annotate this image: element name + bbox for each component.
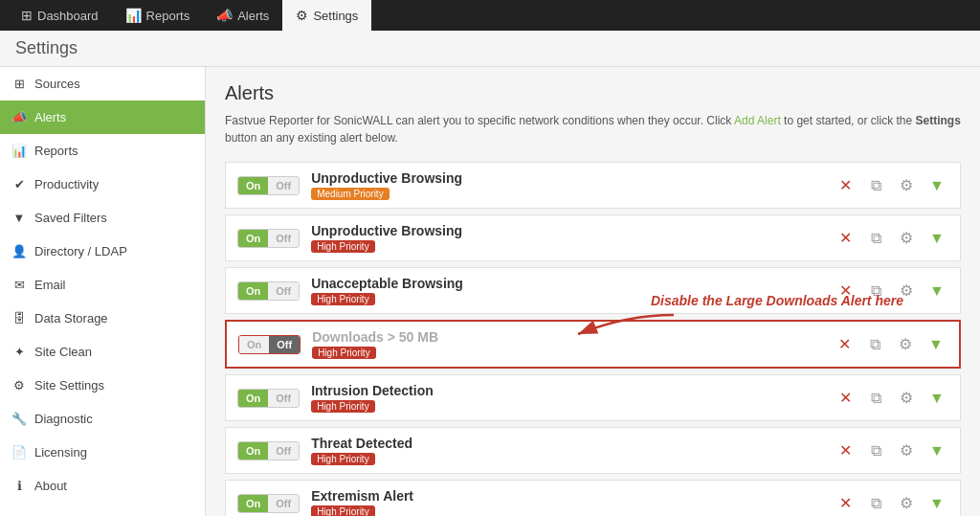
alert-row: On Off Intrusion Detection High Priority… (225, 374, 961, 421)
site-settings-icon: ⚙ (11, 378, 27, 393)
gear-icon-5[interactable]: ⚙ (895, 439, 918, 462)
toggle-group-0: On Off (237, 176, 300, 195)
copy-icon-0[interactable]: ⧉ (864, 174, 887, 197)
sidebar: ⊞ Sources 📣 Alerts 📊 Reports ✔ Productiv… (0, 67, 206, 516)
dashboard-icon: ⊞ (21, 8, 33, 23)
alerts-title: Alerts (225, 82, 961, 104)
saved-filters-icon: ▼ (11, 211, 27, 225)
settings-nav-icon: ⚙ (296, 8, 308, 23)
copy-icon-1[interactable]: ⧉ (864, 227, 887, 250)
priority-badge-2: High Priority (311, 293, 374, 305)
toggle-off-1[interactable]: Off (268, 230, 299, 247)
alert-name-4: Intrusion Detection (311, 383, 822, 398)
sidebar-item-directory[interactable]: 👤 Directory / LDAP (0, 235, 205, 268)
about-icon: ℹ (11, 479, 27, 493)
delete-icon-3[interactable]: ✕ (833, 333, 856, 356)
gear-icon-1[interactable]: ⚙ (895, 227, 918, 250)
toggle-group-5: On Off (237, 441, 300, 460)
alert-row: On Off Threat Detected High Priority ✕ ⧉… (225, 427, 961, 474)
sidebar-item-alerts[interactable]: 📣 Alerts (0, 101, 205, 134)
layout: ⊞ Sources 📣 Alerts 📊 Reports ✔ Productiv… (0, 67, 980, 516)
alert-row-downloads: On Off Downloads > 50 MB High Priority ✕… (225, 320, 961, 369)
download-icon-2[interactable]: ▼ (925, 280, 948, 303)
alert-actions-1: ✕ ⧉ ⚙ ▼ (834, 227, 948, 250)
nav-label-alerts: Alerts (237, 9, 269, 23)
page-title: Settings (0, 31, 980, 67)
sidebar-item-site-clean[interactable]: ✦ Site Clean (0, 335, 205, 369)
copy-icon-4[interactable]: ⧉ (864, 387, 887, 410)
delete-icon-1[interactable]: ✕ (834, 227, 857, 250)
delete-icon-6[interactable]: ✕ (834, 492, 857, 515)
download-icon-5[interactable]: ▼ (925, 439, 948, 462)
sidebar-item-diagnostic[interactable]: 🔧 Diagnostic (0, 402, 205, 436)
toggle-on-5[interactable]: On (238, 442, 268, 460)
gear-icon-3[interactable]: ⚙ (894, 333, 917, 356)
gear-icon-6[interactable]: ⚙ (895, 492, 918, 515)
nav-item-dashboard[interactable]: ⊞ Dashboard (8, 0, 112, 31)
delete-icon-5[interactable]: ✕ (834, 439, 857, 462)
copy-icon-3[interactable]: ⧉ (863, 333, 886, 356)
sidebar-item-saved-filters[interactable]: ▼ Saved Filters (0, 201, 205, 235)
sidebar-item-email[interactable]: ✉ Email (0, 268, 205, 302)
alert-info-0: Unproductive Browsing Medium Priority (311, 170, 822, 200)
copy-icon-5[interactable]: ⧉ (864, 439, 887, 462)
toggle-group-3: On Off (238, 335, 301, 354)
toggle-on-0[interactable]: On (238, 177, 268, 194)
alert-actions-3: ✕ ⧉ ⚙ ▼ (833, 333, 947, 356)
gear-icon-2[interactable]: ⚙ (895, 280, 918, 303)
alert-row: On Off Unproductive Browsing High Priori… (225, 214, 961, 261)
toggle-off-4[interactable]: Off (268, 390, 299, 407)
licensing-icon: 📄 (11, 445, 27, 460)
priority-badge-6: High Priority (311, 505, 374, 516)
sidebar-item-reports[interactable]: 📊 Reports (0, 134, 205, 168)
priority-badge-0: Medium Priority (311, 188, 389, 200)
toggle-on-6[interactable]: On (238, 495, 268, 512)
download-icon-4[interactable]: ▼ (925, 387, 948, 410)
alert-actions-2: ✕ ⧉ ⚙ ▼ (834, 280, 948, 303)
toggle-off-3[interactable]: Off (269, 336, 300, 353)
priority-badge-1: High Priority (311, 240, 374, 253)
alert-info-4: Intrusion Detection High Priority (311, 383, 822, 413)
toggle-on-2[interactable]: On (238, 282, 268, 300)
sidebar-item-productivity[interactable]: ✔ Productivity (0, 168, 205, 201)
gear-icon-4[interactable]: ⚙ (895, 387, 918, 410)
delete-icon-0[interactable]: ✕ (834, 174, 857, 197)
toggle-on-3[interactable]: On (239, 336, 269, 353)
alert-info-5: Threat Detected High Priority (311, 436, 822, 465)
toggle-on-1[interactable]: On (238, 230, 268, 247)
alert-info-6: Extremism Alert High Priority (311, 488, 822, 516)
nav-item-reports[interactable]: 📊 Reports (112, 0, 204, 31)
alert-name-2: Unacceptable Browsing (311, 276, 822, 291)
productivity-icon: ✔ (11, 177, 27, 191)
sidebar-item-site-settings[interactable]: ⚙ Site Settings (0, 369, 205, 402)
main-content: Alerts Fastvue Reporter for SonicWALL ca… (206, 67, 980, 516)
nav-item-alerts[interactable]: 📣 Alerts (203, 0, 282, 31)
add-alert-link[interactable]: Add Alert (734, 114, 781, 127)
alert-name-1: Unproductive Browsing (311, 223, 822, 238)
download-icon-3[interactable]: ▼ (924, 333, 947, 356)
nav-item-settings[interactable]: ⚙ Settings (282, 0, 371, 31)
delete-icon-4[interactable]: ✕ (834, 387, 857, 410)
toggle-off-0[interactable]: Off (268, 177, 299, 194)
toggle-on-4[interactable]: On (238, 390, 268, 407)
alert-name-5: Threat Detected (311, 436, 822, 451)
toggle-off-6[interactable]: Off (268, 495, 299, 512)
sidebar-item-about[interactable]: ℹ About (0, 469, 205, 503)
alerts-icon: 📣 (216, 8, 233, 23)
diagnostic-icon: 🔧 (11, 412, 27, 426)
copy-icon-6[interactable]: ⧉ (864, 492, 887, 515)
reports-sidebar-icon: 📊 (11, 144, 27, 158)
alert-row: On Off Unacceptable Browsing High Priori… (225, 267, 961, 314)
sidebar-item-licensing[interactable]: 📄 Licensing (0, 436, 205, 469)
toggle-off-5[interactable]: Off (268, 442, 299, 460)
gear-icon-0[interactable]: ⚙ (895, 174, 918, 197)
delete-icon-2[interactable]: ✕ (834, 280, 857, 303)
copy-icon-2[interactable]: ⧉ (864, 280, 887, 303)
sidebar-item-data-storage[interactable]: 🗄 Data Storage (0, 302, 205, 335)
toggle-off-2[interactable]: Off (268, 282, 299, 300)
download-icon-1[interactable]: ▼ (925, 227, 948, 250)
download-icon-6[interactable]: ▼ (925, 492, 948, 515)
sidebar-item-sources[interactable]: ⊞ Sources (0, 67, 205, 101)
download-icon-0[interactable]: ▼ (925, 174, 948, 197)
alert-actions-6: ✕ ⧉ ⚙ ▼ (834, 492, 948, 515)
